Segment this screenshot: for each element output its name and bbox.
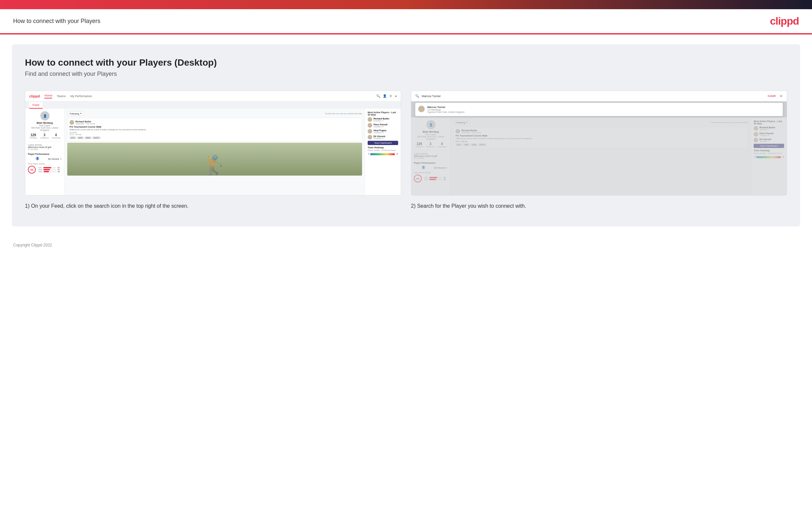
player-name: Eli Vincent bbox=[48, 158, 59, 160]
metrics: OTT 79 APP 70 bbox=[38, 167, 60, 173]
player-avatar-3 bbox=[368, 129, 372, 134]
activity-user-info: Richard Butler Yesterday · The Grove bbox=[76, 120, 95, 125]
right-profile-panel: 👤 Blair McHarg Golf Coach Mill Ride Golf… bbox=[411, 118, 450, 196]
profile-panel: 👤 Blair McHarg Golf Coach Mill Ride Golf… bbox=[25, 109, 64, 196]
activity-feed: Following ▾ Control who can see your act… bbox=[64, 109, 365, 196]
player-info-4: Eli Vincent Activities: 1 bbox=[374, 135, 385, 139]
columns: clippd Home Teams My Performance 🔍 👤 ⚙ ●… bbox=[25, 91, 787, 210]
profile-role: Golf Coach bbox=[28, 124, 62, 127]
app-bar bbox=[43, 169, 56, 170]
stat-followers: 3 Followers bbox=[40, 133, 49, 139]
player-info-1: Richard Butler Activities: 7 bbox=[374, 118, 389, 122]
arg-bar bbox=[44, 171, 57, 172]
team-dashboard-button[interactable]: Team Dashboard bbox=[368, 141, 398, 145]
right-app-right: Most Active Players - Last 30 days Richa… bbox=[751, 118, 787, 196]
page-title: How to connect with your Players bbox=[13, 18, 100, 25]
right-app-bg: 👤 Blair McHarg Golf Coach Mill Ride Golf… bbox=[411, 118, 787, 196]
search-overlay-icon: 🔍 bbox=[415, 94, 419, 98]
search-result-dropdown[interactable]: Marcus Turner 1·5 Handicap Cypress Point… bbox=[415, 103, 783, 116]
profile-stats: 129 Activities 3 Followers 4 Following bbox=[28, 133, 62, 139]
profile-club: Mill Ride Golf Club, United Kingdom bbox=[28, 127, 62, 131]
player-selector[interactable]: 👤 Eli Vincent ▾ bbox=[28, 157, 62, 162]
profile-area: 👤 Blair McHarg Golf Coach Mill Ride Golf… bbox=[28, 111, 62, 142]
player-item-1: Richard Butler Activities: 7 bbox=[368, 117, 398, 122]
divider bbox=[0, 34, 812, 35]
activity-duration: Duration 02 hr : 00 min bbox=[69, 132, 360, 135]
score-row: 84 OTT 79 APP bbox=[28, 166, 62, 174]
user-icon[interactable]: 👤 bbox=[383, 94, 387, 98]
left-nav-teams[interactable]: Teams bbox=[57, 94, 65, 98]
dropdown-arrow: ▾ bbox=[80, 112, 82, 115]
left-mini-nav: clippd Home Teams My Performance 🔍 👤 ⚙ ● bbox=[25, 91, 401, 101]
activity-title: Pre Tournament Course Walk bbox=[69, 126, 360, 128]
search-result-name: Marcus Turner bbox=[427, 106, 465, 109]
left-nav-home[interactable]: Home bbox=[44, 94, 52, 98]
player-avatar: 👤 bbox=[36, 157, 39, 161]
close-button[interactable]: ✕ bbox=[779, 94, 783, 98]
right-app-mockup: clippd Home Teams My Performance 🔍 Marcu… bbox=[411, 91, 787, 196]
heatmap-bar bbox=[370, 153, 395, 155]
profile-avatar: 👤 bbox=[40, 111, 50, 120]
right-profile-avatar: 👤 bbox=[426, 120, 435, 129]
feed-tab[interactable]: Feed bbox=[25, 101, 401, 109]
profile-name: Blair McHarg bbox=[28, 121, 62, 124]
right-app-center: Following▾ Control who can see your acti… bbox=[450, 118, 751, 196]
quality-label: Total Player Quality bbox=[28, 163, 62, 165]
tag-putt: PUTT bbox=[93, 136, 100, 139]
footer: Copyright Clippd 2022 bbox=[0, 236, 812, 254]
player-info-2: Piers Parnell Activities: 4 bbox=[374, 123, 387, 128]
app-body: 👤 Blair McHarg Golf Coach Mill Ride Golf… bbox=[25, 109, 401, 196]
right-profile-area: 👤 Blair McHarg Golf Coach Mill Ride Golf… bbox=[414, 120, 448, 151]
tag-arg: ARG bbox=[85, 136, 92, 139]
search-input[interactable]: Marcus Turner bbox=[422, 94, 765, 98]
control-link[interactable]: Control who can see your activity and da… bbox=[325, 113, 362, 115]
main-content: How to connect with your Players (Deskto… bbox=[12, 44, 800, 226]
clear-button[interactable]: CLEAR bbox=[768, 95, 776, 97]
header: How to connect with your Players clippd bbox=[0, 9, 812, 34]
right-player-perf: Player Performance 👤 Eli Vincent ▾ Total… bbox=[414, 162, 448, 182]
heatmap-sub: Player Quality · 30 Round Trend bbox=[368, 149, 398, 151]
section-subheading: Find and connect with your Players bbox=[25, 71, 787, 78]
following-dropdown[interactable]: Following ▾ bbox=[67, 111, 84, 116]
latest-activity-date: 27 Jul 2022 bbox=[28, 148, 62, 150]
latest-activity-title: Afternoon round of golf bbox=[28, 146, 62, 148]
latest-activity-label: Latest Activity bbox=[28, 144, 62, 146]
dropdown-icon[interactable]: ▾ bbox=[60, 158, 62, 161]
avatar-icon[interactable]: ● bbox=[395, 94, 397, 98]
logo: clippd bbox=[770, 15, 799, 27]
team-heatmap-title: Team Heatmap bbox=[368, 146, 398, 149]
player-perf-title: Player Performance bbox=[28, 153, 62, 155]
player-item-3: Hiral Pujara Activities: 3 bbox=[368, 129, 398, 134]
player-avatar-4 bbox=[368, 135, 372, 139]
heatmap-scale: -5 +5 bbox=[368, 153, 398, 155]
ott-bar bbox=[43, 167, 56, 168]
tag-ott: OTT bbox=[69, 136, 76, 139]
search-overlay: 🔍 Marcus Turner CLEAR ✕ Marcus Turner 1·… bbox=[411, 91, 787, 195]
player-item-4: Eli Vincent Activities: 1 bbox=[368, 135, 398, 139]
copyright: Copyright Clippd 2022 bbox=[13, 243, 52, 247]
activity-desc: Walking the course with my coach to buil… bbox=[69, 129, 360, 131]
golfer-image: 🏌️ bbox=[67, 143, 362, 176]
stat-following: 4 Following bbox=[52, 133, 60, 139]
left-nav-myperformance[interactable]: My Performance bbox=[70, 94, 92, 98]
left-nav-icons: 🔍 👤 ⚙ ● bbox=[376, 94, 397, 98]
player-performance-panel: Player Performance 👤 Eli Vincent ▾ Total… bbox=[28, 153, 62, 174]
right-column: clippd Home Teams My Performance 🔍 Marcu… bbox=[411, 91, 787, 210]
search-result-handicap: 1·5 Handicap bbox=[427, 109, 465, 111]
section-heading: How to connect with your Players (Deskto… bbox=[25, 57, 787, 68]
left-app-mockup: clippd Home Teams My Performance 🔍 👤 ⚙ ●… bbox=[25, 91, 401, 196]
player-avatar-2 bbox=[368, 123, 372, 128]
activity-avatar bbox=[69, 120, 74, 125]
active-players-panel: Most Active Players - Last 30 days Richa… bbox=[365, 109, 401, 196]
search-result-info: Marcus Turner 1·5 Handicap Cypress Point… bbox=[427, 106, 465, 113]
stat-activities: 129 Activities bbox=[30, 133, 37, 139]
left-instruction: 1) On your Feed, click on the search ico… bbox=[25, 202, 401, 210]
activity-user: Richard Butler Yesterday · The Grove bbox=[69, 120, 360, 125]
player-info-3: Hiral Pujara Activities: 3 bbox=[374, 129, 386, 134]
right-latest-label: Latest Activity bbox=[414, 153, 448, 155]
settings-icon[interactable]: ⚙ bbox=[389, 94, 392, 98]
player-avatar-1 bbox=[368, 117, 372, 122]
metric-arg: ARG 64 bbox=[38, 171, 60, 173]
right-instruction: 2) Search for the Player you wish to con… bbox=[411, 202, 787, 210]
search-icon[interactable]: 🔍 bbox=[376, 94, 380, 98]
